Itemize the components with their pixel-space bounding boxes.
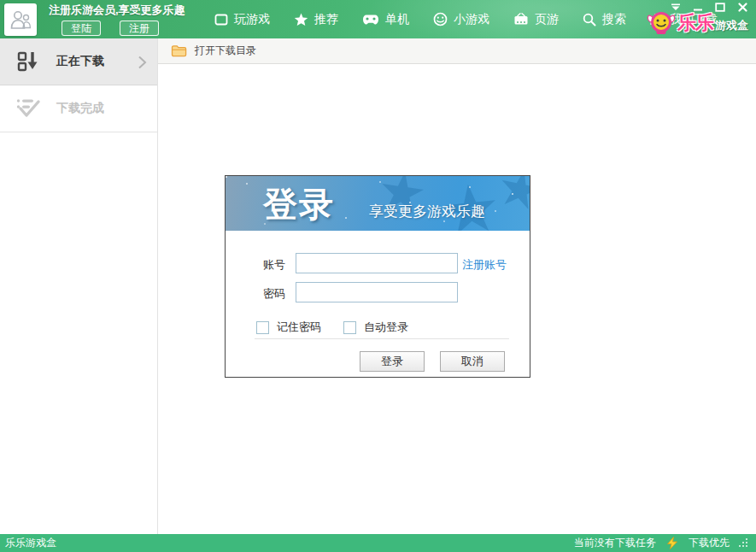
login-dialog-header: ★ ★ ★ 登录 享受更多游戏乐趣 bbox=[226, 176, 530, 231]
nav-label: 搜索 bbox=[602, 12, 626, 27]
download-complete-icon bbox=[15, 97, 41, 120]
skin-menu-button[interactable] bbox=[669, 2, 683, 13]
remember-password-label: 记住密码 bbox=[277, 320, 321, 335]
download-toolbar: 打开下载目录 bbox=[158, 38, 756, 64]
sidebar-item-label: 正在下载 bbox=[56, 54, 104, 69]
dialog-login-button[interactable]: 登录 bbox=[360, 351, 425, 372]
app-window: 注册乐游会员,享受更多乐趣 登陆 注册 玩游戏 推荐 bbox=[0, 0, 756, 552]
download-priority-toggle[interactable]: 下载优先 bbox=[689, 536, 730, 550]
maximize-button[interactable] bbox=[713, 2, 727, 13]
nav-play-games[interactable]: 玩游戏 bbox=[202, 0, 282, 38]
chevron-down-icon bbox=[671, 3, 681, 11]
user-avatar[interactable] bbox=[4, 3, 37, 36]
login-dialog: ★ ★ ★ 登录 享受更多游戏乐趣 账号 注册账号 密码 记住密码 自动登录 登… bbox=[225, 175, 530, 378]
lightning-icon bbox=[666, 537, 678, 549]
logo-text-sub: 游戏盒 bbox=[715, 18, 748, 33]
close-icon bbox=[738, 3, 747, 12]
auto-login-checkbox[interactable] bbox=[343, 321, 356, 334]
nav-web-games[interactable]: 页游 bbox=[501, 0, 571, 38]
nav-label: 小游戏 bbox=[454, 12, 489, 27]
promo-buttons: 登陆 注册 bbox=[62, 21, 159, 36]
account-label: 账号 bbox=[263, 257, 285, 273]
nav-label: 玩游戏 bbox=[234, 12, 270, 27]
minimize-icon bbox=[693, 3, 703, 12]
resize-grip[interactable] bbox=[740, 539, 747, 547]
register-account-link[interactable]: 注册账号 bbox=[462, 257, 507, 273]
auto-login-option[interactable]: 自动登录 bbox=[343, 320, 408, 335]
auto-login-label: 自动登录 bbox=[364, 320, 408, 335]
open-download-dir-button[interactable]: 打开下载目录 bbox=[171, 44, 256, 58]
dialog-divider bbox=[255, 338, 509, 339]
nav-standalone[interactable]: 单机 bbox=[350, 0, 421, 38]
sidebar: 正在下载 下载完成 bbox=[0, 38, 158, 534]
promo-text: 注册乐游会员,享受更多乐趣 bbox=[49, 3, 185, 18]
app-logo: 乐乐 游戏盒 bbox=[647, 10, 748, 36]
gamepad-icon bbox=[362, 14, 379, 26]
nav-label: 单机 bbox=[385, 12, 409, 27]
nav-search[interactable]: 搜索 bbox=[571, 0, 638, 38]
status-bar: 乐乐游戏盒 当前没有下载任务 下载优先 bbox=[0, 534, 756, 552]
lele-mascot-icon bbox=[647, 11, 676, 35]
register-button[interactable]: 注册 bbox=[120, 21, 159, 36]
nav-mini-games[interactable]: 小游戏 bbox=[421, 0, 501, 38]
downloading-icon bbox=[15, 50, 41, 73]
account-input[interactable] bbox=[296, 253, 458, 273]
nav-label: 页游 bbox=[535, 12, 559, 27]
password-input[interactable] bbox=[296, 282, 458, 302]
maximize-icon bbox=[715, 3, 725, 12]
dialog-cancel-button[interactable]: 取消 bbox=[440, 351, 505, 372]
download-status-text: 当前没有下载任务 bbox=[574, 536, 656, 550]
webgame-icon bbox=[513, 13, 529, 26]
login-dialog-subtitle: 享受更多游戏乐趣 bbox=[369, 202, 485, 221]
chevron-right-icon bbox=[138, 56, 147, 73]
monitor-icon bbox=[214, 13, 228, 26]
logo-text-main: 乐乐 bbox=[677, 10, 713, 36]
sidebar-item-completed[interactable]: 下载完成 bbox=[0, 85, 157, 132]
nav-label: 推荐 bbox=[314, 12, 338, 27]
star-icon bbox=[294, 13, 308, 26]
users-icon bbox=[9, 9, 32, 30]
top-bar: 注册乐游会员,享受更多乐趣 登陆 注册 玩游戏 推荐 bbox=[0, 0, 756, 38]
snow-dots-decoration bbox=[226, 176, 227, 178]
password-label: 密码 bbox=[263, 286, 285, 302]
search-icon bbox=[583, 13, 596, 26]
close-button[interactable] bbox=[735, 2, 749, 13]
minimize-button[interactable] bbox=[691, 2, 705, 13]
open-download-dir-label: 打开下载目录 bbox=[195, 44, 256, 58]
smiley-icon bbox=[433, 12, 448, 26]
sidebar-item-label: 下载完成 bbox=[56, 101, 104, 116]
remember-password-option[interactable]: 记住密码 bbox=[256, 320, 321, 335]
nav-recommend[interactable]: 推荐 bbox=[282, 0, 350, 38]
window-controls bbox=[669, 2, 749, 13]
remember-password-checkbox[interactable] bbox=[256, 321, 269, 334]
folder-icon bbox=[171, 44, 187, 57]
sidebar-item-downloading[interactable]: 正在下载 bbox=[0, 38, 157, 85]
login-button[interactable]: 登陆 bbox=[62, 21, 101, 36]
statusbar-app-name: 乐乐游戏盒 bbox=[5, 536, 56, 550]
login-dialog-title: 登录 bbox=[263, 181, 335, 228]
